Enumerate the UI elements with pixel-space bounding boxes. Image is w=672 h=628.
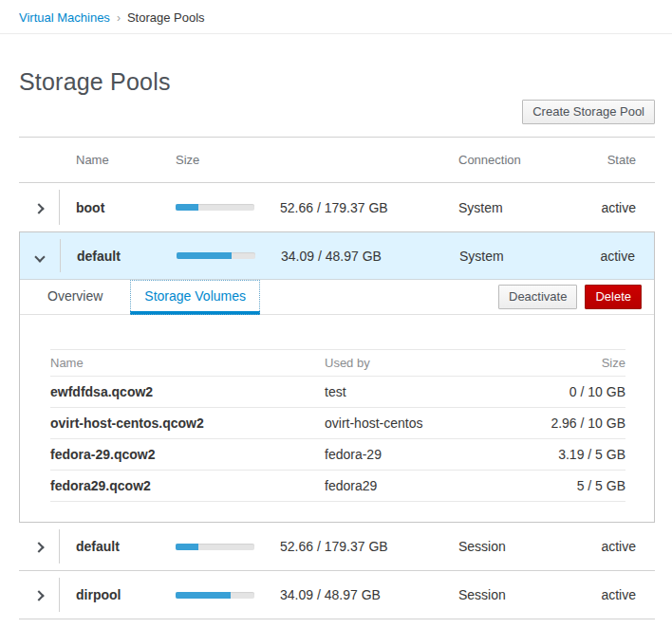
pool-size: 34.09 / 48.97 GB: [281, 249, 459, 264]
deactivate-button[interactable]: Deactivate: [498, 285, 577, 309]
storage-pools-table: Name Size Connection State boot 52.66 / …: [19, 137, 655, 619]
create-storage-pool-button[interactable]: Create Storage Pool: [522, 100, 655, 124]
storage-volumes-panel: Name Used by Size ewfdfdsa.qcow2 test 0 …: [20, 315, 654, 522]
volume-size: 5 / 5 GB: [512, 478, 625, 493]
detail-tabs-bar: Overview Storage Volumes Deactivate Dele…: [20, 280, 654, 315]
chevron-right-icon: [33, 590, 44, 600]
usage-progress-bar: [176, 544, 254, 550]
storage-volumes-table: Name Used by Size ewfdfdsa.qcow2 test 0 …: [50, 349, 625, 502]
volume-row: fedora29.qcow2 fedora29 5 / 5 GB: [50, 471, 625, 502]
column-header-used-by: Used by: [325, 356, 512, 370]
breadcrumb-link-virtual-machines[interactable]: Virtual Machines: [19, 10, 110, 25]
volume-name: fedora29.qcow2: [50, 478, 325, 493]
pool-row-default-session[interactable]: default 52.66 / 179.37 GB Session active: [19, 523, 655, 571]
breadcrumb-separator-icon: ›: [117, 11, 121, 25]
page-title: Storage Pools: [19, 68, 653, 96]
volume-name: ewfdfdsa.qcow2: [50, 384, 325, 399]
expanded-pool-group: default 34.09 / 48.97 GB System active O…: [19, 231, 655, 523]
pool-row-boot[interactable]: boot 52.66 / 179.37 GB System active: [19, 183, 655, 231]
pool-state: active: [569, 200, 655, 215]
pool-name: default: [60, 249, 177, 264]
volume-size: 0 / 10 GB: [512, 384, 625, 399]
tab-storage-volumes[interactable]: Storage Volumes: [130, 280, 260, 315]
chevron-down-icon: [34, 251, 45, 262]
column-header-name: Name: [59, 153, 176, 167]
pool-name: default: [59, 539, 176, 554]
volume-size: 3.19 / 5 GB: [512, 447, 625, 462]
column-header-state: State: [569, 153, 655, 167]
pool-connection: Session: [458, 587, 569, 602]
volume-used-by: fedora-29: [325, 447, 512, 462]
volume-row: ovirt-host-centos.qcow2 ovirt-host-cento…: [50, 408, 625, 439]
pool-connection: System: [458, 200, 569, 215]
volume-name: fedora-29.qcow2: [50, 447, 325, 462]
delete-button[interactable]: Delete: [585, 285, 642, 309]
usage-progress-bar: [176, 592, 254, 599]
breadcrumb-current: Storage Pools: [127, 10, 205, 25]
pool-size: 34.09 / 48.97 GB: [280, 587, 458, 602]
page-actions: Create Storage Pool: [0, 98, 672, 123]
usage-progress-bar: [177, 252, 255, 259]
column-header-size: Size: [512, 356, 625, 370]
volume-used-by: test: [325, 384, 512, 399]
pool-state: active: [569, 587, 655, 602]
pool-connection: System: [459, 249, 570, 264]
pool-size: 52.66 / 179.37 GB: [280, 200, 458, 215]
usage-progress-bar: [176, 204, 254, 211]
column-header-name: Name: [50, 356, 325, 370]
breadcrumb: Virtual Machines›Storage Pools: [0, 0, 672, 34]
pool-name: dirpool: [59, 587, 176, 602]
pool-row-dirpool[interactable]: dirpool 34.09 / 48.97 GB Session active: [19, 571, 655, 619]
volume-used-by: ovirt-host-centos: [325, 416, 512, 431]
pool-size: 52.66 / 179.37 GB: [280, 539, 458, 554]
pool-row-default-system[interactable]: default 34.09 / 48.97 GB System active: [20, 232, 654, 280]
pool-table-header-row: Name Size Connection State: [19, 138, 655, 183]
volume-row: fedora-29.qcow2 fedora-29 3.19 / 5 GB: [50, 439, 625, 471]
pool-connection: Session: [458, 539, 569, 554]
chevron-right-icon: [33, 203, 44, 213]
chevron-right-icon: [33, 542, 44, 552]
volumes-header-row: Name Used by Size: [50, 350, 625, 377]
volume-name: ovirt-host-centos.qcow2: [50, 416, 325, 431]
pool-name: boot: [59, 200, 176, 215]
column-header-size: Size: [176, 153, 280, 167]
pool-state: active: [570, 249, 654, 264]
tab-overview[interactable]: Overview: [33, 280, 117, 315]
volume-used-by: fedora29: [325, 478, 512, 493]
pool-state: active: [569, 539, 655, 554]
column-header-connection: Connection: [458, 153, 569, 167]
volume-row: ewfdfdsa.qcow2 test 0 / 10 GB: [50, 377, 625, 408]
volume-size: 2.96 / 10 GB: [512, 416, 625, 431]
